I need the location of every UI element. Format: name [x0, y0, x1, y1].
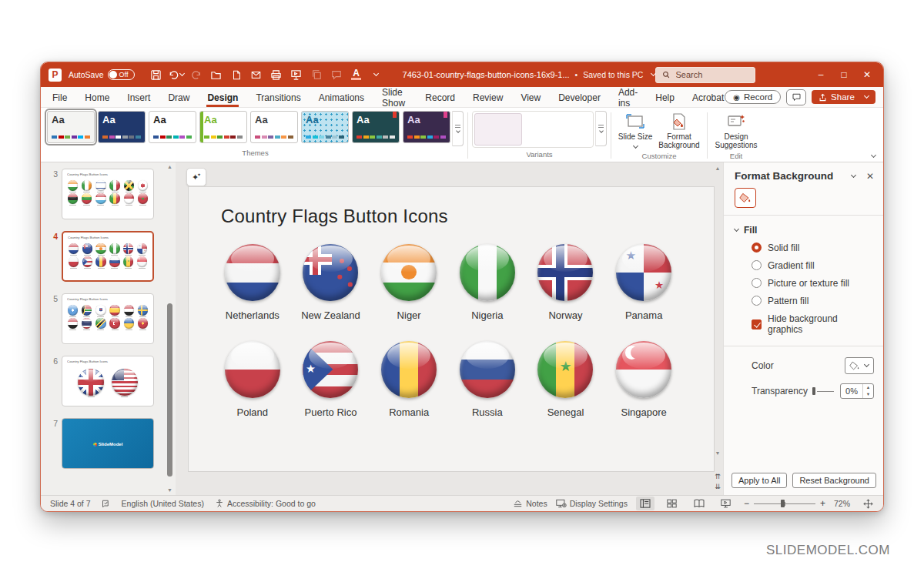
- next-slide-button[interactable]: ⇊: [715, 483, 721, 490]
- menu-tab-transitions[interactable]: Transitions: [255, 89, 301, 106]
- saved-status[interactable]: • Saved to this PC: [575, 70, 656, 79]
- theme-thumbnail[interactable]: Aa: [250, 111, 298, 143]
- record-button[interactable]: ◉Record: [725, 90, 781, 104]
- autosave-toggle[interactable]: AutoSave Off: [69, 69, 135, 80]
- print-button[interactable]: [268, 66, 285, 83]
- menu-tab-design[interactable]: Design: [206, 89, 239, 106]
- language-indicator[interactable]: English (United States): [122, 499, 204, 508]
- menu-tab-file[interactable]: File: [52, 89, 68, 106]
- variants-gallery-more-button[interactable]: [595, 111, 607, 146]
- slide-thumbnail-6[interactable]: Country Flags Button Icons: [62, 356, 154, 406]
- collapse-ribbon-icon[interactable]: [871, 152, 876, 158]
- checkbox-icon[interactable]: [752, 319, 762, 329]
- scroll-up-icon[interactable]: ▲: [715, 164, 721, 173]
- scroll-up-icon[interactable]: ▲: [167, 162, 172, 172]
- fill-tab-button[interactable]: [735, 188, 756, 208]
- slide-thumbnail-7[interactable]: SlideModel: [62, 418, 154, 469]
- flag-button-pa[interactable]: Panama: [604, 244, 683, 321]
- flag-button-ro[interactable]: Romania: [370, 341, 448, 418]
- panel-collapse-icon[interactable]: [851, 172, 856, 177]
- toggle-icon[interactable]: Off: [108, 69, 135, 80]
- radio-icon[interactable]: [752, 278, 762, 288]
- spell-check-button[interactable]: [102, 499, 111, 508]
- color-picker-button[interactable]: [845, 357, 874, 374]
- theme-thumbnail[interactable]: Aa: [98, 111, 146, 143]
- maximize-button[interactable]: □: [832, 65, 855, 85]
- theme-thumbnail[interactable]: Aa: [47, 111, 95, 143]
- font-color-button[interactable]: A: [348, 66, 365, 83]
- slide-thumbnail-5[interactable]: Country Flags Button Icons: [62, 293, 154, 344]
- normal-view-button[interactable]: [636, 497, 654, 510]
- menu-tab-add-ins[interactable]: Add-ins: [618, 83, 638, 112]
- design-suggestions-button[interactable]: Design Suggestions: [711, 111, 761, 149]
- thumbnail-panel-scrollbar[interactable]: ▲ ▼: [165, 162, 175, 495]
- undo-button[interactable]: [168, 66, 185, 83]
- flag-button-ne[interactable]: Niger: [370, 244, 448, 321]
- slide-sorter-view-button[interactable]: [663, 497, 681, 510]
- slide-thumbnail-3[interactable]: Country Flags Button Icons: [62, 169, 154, 219]
- qat-more-icon[interactable]: [368, 66, 385, 83]
- close-button[interactable]: ✕: [855, 65, 879, 85]
- flag-button-ng[interactable]: Nigeria: [448, 244, 527, 321]
- slide-title[interactable]: Country Flags Button Icons: [189, 187, 714, 227]
- theme-thumbnail[interactable]: Aa: [301, 111, 349, 143]
- accessibility-status[interactable]: Accessibility: Good to go: [215, 499, 316, 508]
- menu-tab-review[interactable]: Review: [472, 89, 504, 106]
- menu-tab-slide-show[interactable]: Slide Show: [381, 83, 408, 112]
- theme-thumbnail[interactable]: Aa: [352, 111, 400, 143]
- scroll-down-icon[interactable]: ▼: [167, 486, 172, 495]
- radio-picture-or-texture-fill[interactable]: Picture or texture fill: [735, 274, 874, 292]
- menu-tab-draw[interactable]: Draw: [167, 89, 190, 106]
- redo-button[interactable]: [188, 66, 205, 83]
- designer-button[interactable]: ✦✦: [186, 168, 206, 186]
- flag-button-no[interactable]: Norway: [527, 244, 605, 321]
- zoom-in-button[interactable]: +: [820, 498, 825, 509]
- flag-button-ru[interactable]: Russia: [448, 341, 527, 418]
- menu-tab-insert[interactable]: Insert: [126, 89, 151, 106]
- slide-editing-area[interactable]: Country Flags Button Icons NetherlandsNe…: [188, 186, 715, 472]
- radio-icon[interactable]: [752, 296, 762, 306]
- email-button[interactable]: [248, 66, 265, 83]
- fit-slide-button[interactable]: [859, 497, 877, 510]
- new-file-button[interactable]: [228, 66, 245, 83]
- panel-close-icon[interactable]: ✕: [866, 171, 874, 182]
- hide-background-graphics-checkbox[interactable]: Hide background graphics: [735, 309, 874, 338]
- radio-gradient-fill[interactable]: Gradient fill: [735, 256, 874, 274]
- zoom-level[interactable]: 72%: [834, 499, 850, 508]
- flag-button-nz[interactable]: New Zealand: [292, 244, 370, 321]
- previous-slide-button[interactable]: ⇈: [715, 473, 721, 480]
- canvas-scrollbar[interactable]: ▲ ▼: [713, 164, 722, 458]
- reset-background-button[interactable]: Reset Background: [792, 473, 876, 488]
- search-input[interactable]: [655, 67, 755, 83]
- format-background-button[interactable]: Format Background: [655, 111, 703, 149]
- radio-icon[interactable]: [752, 260, 762, 270]
- comments-button[interactable]: [786, 89, 806, 105]
- menu-tab-record[interactable]: Record: [424, 89, 456, 106]
- zoom-out-button[interactable]: −: [744, 498, 749, 509]
- radio-icon[interactable]: [752, 243, 762, 253]
- slide-thumbnail-4[interactable]: Country Flags Button Icons: [62, 231, 154, 282]
- theme-thumbnail[interactable]: Aa: [199, 111, 247, 143]
- flag-button-nl[interactable]: Netherlands: [213, 244, 292, 321]
- slide-size-button[interactable]: Slide Size: [615, 111, 655, 149]
- menu-tab-developer[interactable]: Developer: [557, 89, 601, 106]
- notes-button[interactable]: Notes: [513, 499, 547, 508]
- spin-down-icon[interactable]: ▼: [863, 391, 873, 398]
- themes-gallery-more-button[interactable]: [452, 111, 464, 146]
- menu-tab-animations[interactable]: Animations: [318, 89, 365, 106]
- theme-thumbnail[interactable]: Aa: [403, 111, 450, 143]
- spin-up-icon[interactable]: ▲: [863, 384, 873, 391]
- start-slideshow-button[interactable]: [288, 66, 305, 83]
- search-field[interactable]: [676, 70, 749, 79]
- menu-tab-help[interactable]: Help: [654, 89, 675, 106]
- transparency-spinner[interactable]: 0% ▲▼: [840, 383, 874, 399]
- fill-section-header[interactable]: Fill: [735, 225, 874, 236]
- slideshow-view-button[interactable]: [717, 497, 735, 510]
- flag-button-sg[interactable]: Singapore: [604, 341, 683, 418]
- flag-button-sn[interactable]: Senegal: [527, 341, 605, 418]
- comment-tool-button[interactable]: [328, 66, 345, 83]
- transparency-slider[interactable]: [812, 386, 834, 396]
- open-button[interactable]: [208, 66, 225, 83]
- reading-view-button[interactable]: [690, 497, 708, 510]
- menu-tab-home[interactable]: Home: [84, 89, 110, 106]
